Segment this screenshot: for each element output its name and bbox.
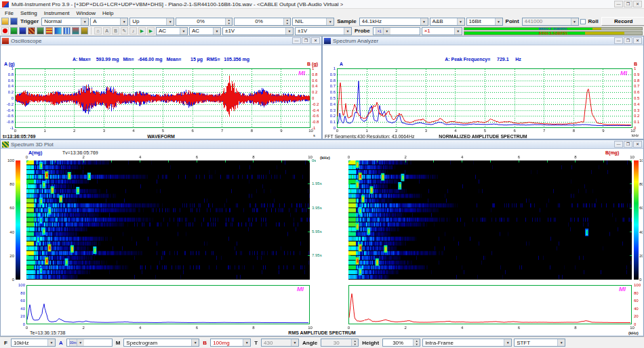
spectrum-3d-titlebar[interactable]: Spectrum 3D Plot — ❐ ✕ bbox=[1, 140, 643, 149]
sampling-channel-select[interactable]: A&B▼ bbox=[430, 18, 465, 26]
tick-label: 8 bbox=[571, 155, 579, 159]
spectrogram-icon[interactable] bbox=[54, 27, 62, 35]
signal-generator-icon[interactable] bbox=[63, 27, 71, 35]
mode-select[interactable]: Spectrogram▼ bbox=[123, 339, 199, 347]
b-range-select[interactable]: 100mg▼ bbox=[210, 339, 251, 347]
menu-setting[interactable]: Setting bbox=[17, 10, 41, 16]
spinner-arrows-icon[interactable]: ▲▼ bbox=[225, 18, 232, 25]
autoscale-a-icon: A bbox=[103, 27, 110, 35]
lcr-meter-icon[interactable] bbox=[81, 27, 88, 35]
tick-label: 0.5 bbox=[323, 96, 336, 100]
height-spinner[interactable]: 30%▲▼ bbox=[382, 339, 420, 347]
rms-spectrum-a-plot[interactable] bbox=[26, 285, 310, 324]
tick-label: 60 bbox=[634, 299, 639, 303]
range-b-select[interactable]: ±1V▼ bbox=[295, 27, 352, 35]
close-button[interactable]: ✕ bbox=[633, 1, 642, 7]
sampling-bits-select[interactable]: 16Bit▼ bbox=[466, 18, 503, 26]
record-button[interactable]: Record bbox=[601, 17, 644, 26]
tick-label: 0 bbox=[12, 129, 19, 133]
trigger-mode-select[interactable]: Normal▼ bbox=[41, 18, 89, 26]
tick-label: 4 bbox=[129, 129, 137, 133]
angle-label: Angle bbox=[301, 340, 319, 346]
open-file-icon[interactable] bbox=[1, 18, 9, 25]
menu-window[interactable]: Window bbox=[73, 10, 99, 16]
menu-instrument[interactable]: Instrument bbox=[41, 10, 73, 16]
tick-label: 2 bbox=[71, 129, 78, 133]
chevron-down-icon: ▼ bbox=[420, 18, 428, 25]
roll-checkbox[interactable]: Roll bbox=[580, 18, 600, 24]
trigger-delay-spinner[interactable]: 0%▲▼ bbox=[234, 18, 291, 26]
tick-label: -0.2 bbox=[1, 102, 14, 106]
trigger-level-spinner[interactable]: 0%▲▼ bbox=[176, 18, 233, 26]
spectrum-analyzer-titlebar[interactable]: Spectrum Analyzer — ❐ ✕ bbox=[323, 37, 643, 45]
tick-label: 0 bbox=[345, 326, 353, 330]
minimize-button[interactable]: — bbox=[614, 37, 623, 44]
tick-label: 60 bbox=[11, 299, 25, 303]
spectrogram-a-plot[interactable] bbox=[26, 160, 310, 280]
close-button[interactable]: ✕ bbox=[311, 37, 320, 44]
close-button[interactable]: ✕ bbox=[633, 141, 642, 148]
tick-label: 0.9 bbox=[323, 72, 336, 77]
chevron-down-icon: ▼ bbox=[291, 339, 298, 346]
maximize-button[interactable]: ❐ bbox=[624, 1, 632, 7]
sampling-rate-select[interactable]: 44.1kHz▼ bbox=[359, 18, 428, 26]
oscilloscope-titlebar[interactable]: Oscilloscope — ❐ ✕ bbox=[1, 37, 321, 45]
run-icon[interactable]: ▶ bbox=[138, 27, 146, 35]
coupling-b-select[interactable]: AC▼ bbox=[189, 27, 221, 35]
calibration-icon: ✎ bbox=[121, 27, 128, 35]
probe-a-select[interactable]: ×1▼ bbox=[373, 27, 420, 35]
restore-button[interactable]: ❐ bbox=[624, 141, 632, 148]
spectrum-analyzer-icon[interactable] bbox=[19, 27, 26, 35]
tick-label: 0.5 bbox=[634, 96, 639, 100]
restore-button[interactable]: ❐ bbox=[624, 37, 632, 44]
range-a-select[interactable]: ±1V▼ bbox=[222, 27, 294, 35]
trigger-edge-select[interactable]: Up▼ bbox=[129, 18, 174, 26]
close-button[interactable]: ✕ bbox=[633, 37, 642, 44]
save-icon[interactable] bbox=[10, 18, 18, 25]
data-logger-icon[interactable] bbox=[45, 27, 53, 35]
minimize-button[interactable]: — bbox=[614, 1, 623, 7]
tick-label: 0.1 bbox=[323, 120, 336, 124]
chevron-down-icon: ▼ bbox=[180, 28, 187, 35]
mode-label: M bbox=[115, 340, 122, 346]
device-test-plan-icon[interactable] bbox=[72, 27, 79, 35]
oscilloscope-icon[interactable] bbox=[10, 27, 18, 35]
menu-help[interactable]: Help bbox=[99, 10, 117, 16]
transform-select[interactable]: STFT▼ bbox=[514, 339, 565, 347]
spinner-arrows-icon: ▲▼ bbox=[351, 339, 358, 346]
chevron-down-icon: ▼ bbox=[571, 18, 578, 25]
menu-file[interactable]: File bbox=[1, 10, 17, 16]
trigger-hpf-select[interactable]: NIL▼ bbox=[292, 18, 334, 26]
spectrum-3d-body: A(mg) Tv=13:36:05:769 B(mg) (kHz) MI MI … bbox=[1, 149, 643, 335]
freq-range-select[interactable]: 10kHz▼ bbox=[11, 339, 56, 347]
tick-label: 5 bbox=[481, 129, 489, 133]
freq-range-label: F bbox=[3, 340, 9, 346]
multimeter-icon[interactable] bbox=[37, 27, 44, 35]
a-range-select[interactable]: 100mg▼ bbox=[66, 339, 113, 347]
spectrum-3d-plot-icon[interactable] bbox=[28, 27, 35, 35]
tick-label: 8 bbox=[249, 326, 257, 330]
restore-button[interactable]: ❐ bbox=[302, 37, 310, 44]
spinner-arrows-icon[interactable]: ▲▼ bbox=[413, 339, 420, 346]
tick-label: 7 bbox=[540, 129, 548, 133]
waveform-plot[interactable] bbox=[15, 68, 310, 128]
tick-label: 7 bbox=[218, 129, 226, 133]
spectrum-plot[interactable] bbox=[337, 68, 632, 128]
spectrogram-b-plot[interactable] bbox=[348, 160, 632, 280]
rms-spectrum-b-plot[interactable] bbox=[348, 285, 632, 324]
frame-mode-select[interactable]: Intra-Frame▼ bbox=[422, 339, 512, 347]
probe-b-select[interactable]: ×1▼ bbox=[422, 27, 462, 35]
tick-label: 0.3 bbox=[634, 108, 639, 112]
checkbox-icon[interactable] bbox=[580, 19, 586, 24]
spinner-arrows-icon[interactable]: ▲▼ bbox=[283, 18, 290, 25]
autoscale-b-icon: B bbox=[112, 27, 119, 35]
record-icon[interactable] bbox=[1, 27, 9, 35]
trigger-source-select[interactable]: A▼ bbox=[90, 18, 128, 26]
minimize-button[interactable]: — bbox=[614, 141, 623, 148]
roll-run-icon[interactable]: ▶ bbox=[147, 27, 155, 35]
tick-label: 0.7 bbox=[323, 84, 336, 88]
b-range-label: B bbox=[201, 340, 208, 346]
coupling-a-select[interactable]: AC▼ bbox=[156, 27, 188, 35]
minimize-button[interactable]: — bbox=[292, 37, 301, 44]
tick-label: 100 bbox=[639, 158, 643, 162]
